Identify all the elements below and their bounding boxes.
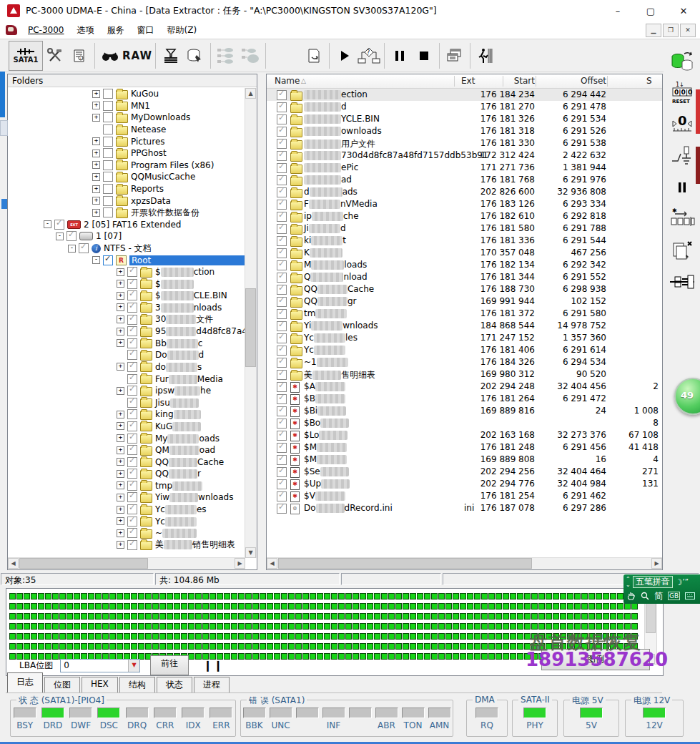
tab-结构[interactable]: 结构 <box>119 677 155 693</box>
task-log-icon[interactable]: i <box>67 42 92 69</box>
row-checkbox[interactable] <box>277 236 287 246</box>
tree-checkbox[interactable] <box>103 112 113 122</box>
tree-row[interactable]: +KuGou <box>8 88 245 100</box>
tree-checkbox[interactable] <box>127 434 137 444</box>
row-checkbox[interactable] <box>277 431 287 441</box>
tree-hscrollbar[interactable]: ◀ ▶ <box>8 557 245 569</box>
tree-expander-icon[interactable]: + <box>92 209 100 217</box>
tree-expander-icon[interactable]: - <box>44 220 51 228</box>
folders-tree[interactable]: +KuGou+MN1+MyDownloadsNetease+Pictures+P… <box>8 88 245 558</box>
tree-checkbox[interactable] <box>127 492 137 502</box>
tree-checkbox[interactable] <box>103 160 113 170</box>
tree-expander-icon[interactable]: + <box>117 494 124 501</box>
tree-checkbox[interactable] <box>127 398 137 408</box>
row-checkbox[interactable] <box>277 260 287 270</box>
row-checkbox[interactable] <box>277 491 287 501</box>
file-list[interactable]: ection176 184 2346 294 442d176 181 2706 … <box>267 89 662 558</box>
tree-row[interactable]: -EXT2 [05] FAT16 Extended <box>8 219 245 231</box>
reset-counter-icon[interactable]: 1↓0|0|0RESET <box>668 79 696 107</box>
table-row[interactable]: Ycles171 247 1521 357 360 <box>267 332 662 344</box>
row-checkbox[interactable] <box>277 163 287 173</box>
save-data-icon[interactable] <box>302 42 326 69</box>
table-row[interactable]: ection176 184 2346 294 442 <box>267 89 662 101</box>
tree-checkbox[interactable] <box>66 231 77 241</box>
table-row[interactable]: 730d4d8fc87a48fd7157ddb53b91172 312 4242… <box>267 150 662 162</box>
table-row[interactable]: d176 181 2706 291 478 <box>267 101 662 113</box>
tree-row[interactable]: +~ <box>8 527 245 539</box>
list-hscroll-thumb[interactable] <box>278 558 532 569</box>
tree-checkbox[interactable] <box>103 89 113 99</box>
col-name[interactable]: Name <box>275 76 300 86</box>
tree-expander-icon[interactable]: + <box>117 541 124 549</box>
tree-checkbox[interactable] <box>127 290 137 300</box>
tree-hscroll-thumb[interactable] <box>19 558 148 569</box>
mdi-close-button[interactable]: ✕ <box>680 24 696 37</box>
table-row[interactable]: YCLE.BIN176 181 3266 291 534 <box>267 113 662 125</box>
tree-row[interactable]: +QQMusicCache <box>8 171 245 183</box>
scroll-left-arrow-icon[interactable]: ◀ <box>8 558 19 569</box>
zero-position-icon[interactable]: 0 <box>668 110 696 139</box>
tree-row[interactable]: +美销售明细表 <box>8 539 245 552</box>
tree-expander-icon[interactable]: + <box>117 422 124 430</box>
tree-checkbox[interactable] <box>79 243 89 253</box>
tree-expander-icon[interactable]: + <box>117 315 124 323</box>
table-row[interactable]: Yc176 181 4066 291 614 <box>267 344 662 356</box>
tree-row[interactable]: +Yces <box>8 504 245 516</box>
tree-checkbox[interactable] <box>127 457 137 467</box>
tree-checkbox[interactable] <box>103 207 113 217</box>
tree-row[interactable]: -iNTFS - 文档 <box>8 243 245 255</box>
tree-row[interactable]: +$ction <box>8 266 245 278</box>
tree-expander-icon[interactable]: + <box>92 137 100 145</box>
signal-probe-icon[interactable] <box>668 142 696 170</box>
delete-copy-icon[interactable] <box>668 236 696 265</box>
row-checkbox[interactable] <box>277 297 287 307</box>
tree-row[interactable]: +Yc <box>8 515 245 527</box>
tree-row[interactable]: Netease <box>8 124 245 136</box>
tree-checkbox[interactable] <box>127 374 137 384</box>
table-row[interactable]: ✱$Lo202 163 16832 273 37667 108 <box>267 429 662 441</box>
row-checkbox[interactable] <box>277 455 287 465</box>
row-checkbox[interactable] <box>277 248 287 258</box>
map-builder-alt-icon[interactable] <box>238 42 262 69</box>
ime-keyboard-icon[interactable] <box>685 592 695 599</box>
tree-checkbox[interactable] <box>103 196 113 206</box>
tab-状态[interactable]: 状态 <box>157 677 192 693</box>
table-row[interactable]: QQgr169 991 944102 152 <box>267 295 662 308</box>
ime-simplified-label[interactable]: 简 <box>654 590 663 602</box>
table-row[interactable]: ~1176 184 3266 294 534 <box>267 356 662 368</box>
tab-位图[interactable]: 位图 <box>44 677 80 693</box>
ime-mode-label[interactable]: 五笔拼音 <box>633 576 673 588</box>
tree-row[interactable]: +Program Files (x86) <box>8 160 245 172</box>
row-checkbox[interactable] <box>277 127 287 137</box>
tree-checkbox[interactable] <box>103 184 113 194</box>
list-hscrollbar[interactable]: ◀ ▶ <box>267 557 662 569</box>
col-offset[interactable]: Offset <box>581 76 606 86</box>
table-row[interactable]: dads202 826 60032 936 808 <box>267 186 662 198</box>
tree-checkbox[interactable] <box>127 469 137 479</box>
tree-row[interactable]: +ipswhe <box>8 385 245 397</box>
col-ext[interactable]: Ext <box>461 76 475 86</box>
tree-row[interactable]: +30文件 <box>8 313 245 326</box>
tree-row[interactable]: +QQr <box>8 468 245 480</box>
row-checkbox[interactable] <box>277 467 287 477</box>
row-checkbox[interactable] <box>277 224 287 234</box>
tree-row[interactable]: +Bbc <box>8 337 245 349</box>
tree-row[interactable]: +Myoads <box>8 432 245 444</box>
table-row[interactable]: Yiwnloads184 868 54414 978 752 <box>267 320 662 332</box>
menu-item-2[interactable]: 选项 <box>70 23 100 37</box>
row-checkbox[interactable] <box>277 285 287 295</box>
tree-vscrollbar[interactable]: ▲ ▼ <box>245 88 257 558</box>
tree-row[interactable]: +Reports <box>8 183 245 195</box>
tree-expander-icon[interactable]: + <box>117 303 124 311</box>
table-row[interactable]: 美售明细表169 980 31290 520 <box>267 368 662 381</box>
map-pause-icon[interactable]: ❙❙ <box>203 659 224 672</box>
tree-expander-icon[interactable]: + <box>117 328 124 336</box>
table-row[interactable]: ipche176 182 6106 292 818 <box>267 210 662 222</box>
tree-row[interactable]: +xpzsData <box>8 195 245 207</box>
menu-item-4[interactable]: 窗口 <box>130 23 160 37</box>
tree-row[interactable]: -RRoot <box>8 254 245 266</box>
tree-checkbox[interactable] <box>54 220 64 230</box>
tree-checkbox[interactable] <box>103 124 113 134</box>
tree-row[interactable]: +Pictures <box>8 135 245 147</box>
table-row[interactable]: kit176 181 3366 291 544 <box>267 235 662 247</box>
